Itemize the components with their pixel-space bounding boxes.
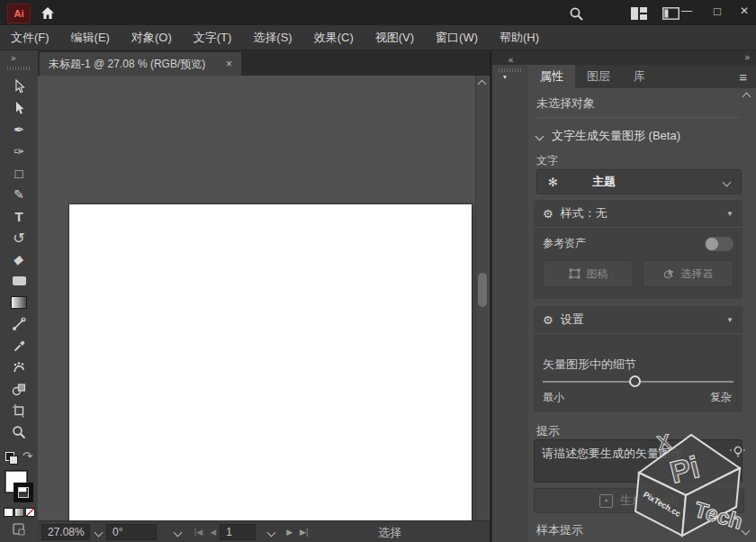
sample-prompts-label: 样本提示 [536,522,583,538]
eraser-tool[interactable]: ◆ [0,248,40,270]
chevron-down-icon [723,177,732,186]
properties-dock: » 属性 图层 库 ≡ 未选择对象 文字生成矢量图形 (Beta) 文字 ✻ 主… [528,50,756,542]
style-header[interactable]: ⚙ 样式：无 ▼ [534,200,742,228]
rotate-tool[interactable]: ↺ [0,227,38,248]
t2v-section-header[interactable]: 文字生成矢量图形 (Beta) [536,128,680,144]
maximize-button[interactable]: □ [704,0,731,22]
detail-slider-knob[interactable] [629,375,641,387]
rotation-field[interactable]: 0° [106,524,157,540]
generate-icon: ✦ [599,494,613,508]
canvas-vertical-scrollbar[interactable] [475,76,489,520]
rectangle-tool[interactable]: □ [0,162,38,184]
last-artboard-icon[interactable]: ▶| [296,528,311,537]
divider [536,117,740,118]
menu-window[interactable]: 窗口(W) [436,30,478,46]
symbol-sprayer-tool[interactable] [0,357,38,378]
panel-dock-header: » [528,50,756,65]
comments-grip [499,68,522,72]
zoom-dropdown-icon[interactable] [90,529,106,536]
artboard-tool[interactable] [0,400,38,421]
search-icon[interactable] [565,5,587,23]
menu-view[interactable]: 视图(V) [375,30,414,46]
curvature-tool[interactable]: ✑ [0,140,38,162]
canvas-area[interactable] [38,76,490,520]
speech-bubble-icon [13,276,26,285]
zoom-tool[interactable] [0,421,38,443]
scrollbar-thumb[interactable] [478,273,487,307]
default-swatches-icon[interactable] [5,452,18,463]
ref-assets-toggle[interactable] [705,237,734,251]
tab-close-icon[interactable]: × [226,58,232,70]
slider-max-label: 复杂 [710,390,732,405]
lightbulb-icon[interactable] [729,445,747,463]
panel-scroll-up-icon[interactable] [742,93,752,102]
generate-button[interactable]: ✦ 生成 (Beta) [534,488,744,513]
artwork-button[interactable]: 图稿 [543,260,634,287]
menu-object[interactable]: 对象(O) [131,30,172,46]
tab-libraries[interactable]: 库 [622,65,657,88]
tools-panel: » ✒ ✑ □ ✎ T ↺ ◆ [0,50,39,542]
artboard[interactable] [69,204,472,520]
pen-tool[interactable]: ✒ [0,119,38,140]
picker-button[interactable]: 选择器 [643,260,734,287]
t2v-section-title: 文字生成矢量图形 (Beta) [552,128,680,144]
type-tool[interactable]: T [0,205,38,227]
eyedropper-tool[interactable] [0,335,38,357]
paintbrush-tool[interactable]: ✎ [0,184,38,205]
slider-min-label: 最小 [543,390,564,405]
menu-type[interactable]: 文字(T) [194,30,232,46]
tab-properties[interactable]: 属性 [528,65,575,88]
document-tab[interactable]: 未标题-1 @ 27.08 % (RGB/预览) × [40,52,241,76]
subject-value: 主题 [592,174,616,190]
home-icon[interactable] [38,4,58,22]
settings-section: ⚙ 设置 ▼ 矢量图形中的细节 最小 复杂 [534,306,742,412]
toolbar-grip[interactable] [7,67,31,70]
caret-down-icon[interactable]: ▼ [726,210,734,218]
picker-icon [663,268,675,279]
app-logo[interactable]: Ai [7,4,31,23]
artboard-number-input[interactable] [220,524,256,540]
none-fill-button[interactable] [25,508,35,517]
document-tab-strip: 未标题-1 @ 27.08 % (RGB/预览) × [38,50,490,76]
panel-scroll-down-icon[interactable] [742,527,751,536]
ref-assets-row: 参考资产 [534,228,742,251]
speech-bubble-tool[interactable] [0,270,38,292]
caret-down-icon[interactable]: ▼ [726,316,734,324]
panel-menu-icon[interactable]: ≡ [739,69,747,85]
panel-collapse-icon[interactable]: » [744,52,749,62]
width-tool[interactable] [0,313,38,335]
flower-icon: ✻ [548,176,558,189]
shape-builder-tool[interactable] [0,378,38,400]
menu-select[interactable]: 选择(S) [253,30,292,46]
subject-dropdown[interactable]: ✻ 主题 [536,169,742,194]
settings-header[interactable]: ⚙ 设置 ▼ [534,306,742,334]
comments-collapse-icon[interactable]: « [492,50,528,65]
gradient-fill-button[interactable] [14,508,24,517]
prompt-textarea[interactable] [534,439,742,483]
first-artboard-icon[interactable]: |◀ [191,528,206,537]
swap-fill-stroke-icon[interactable]: ↷ [22,449,32,463]
arrange-documents-icon[interactable] [628,6,650,21]
comments-dock: « [491,50,529,542]
gradient-tool[interactable] [0,292,38,313]
gear-icon: ⚙ [543,313,554,327]
close-button[interactable]: ✕ [731,0,756,22]
menu-edit[interactable]: 编辑(E) [71,30,110,46]
artboard-dropdown-icon[interactable] [263,529,279,536]
direct-selection-tool[interactable] [0,97,38,119]
rotation-dropdown-icon[interactable] [169,529,185,536]
toolbar-collapse-icon[interactable]: » [11,53,15,63]
menu-effect[interactable]: 效果(C) [314,30,354,46]
next-artboard-icon[interactable]: ▶ [283,528,296,537]
menu-help[interactable]: 帮助(H) [500,30,539,46]
zoom-level-field[interactable]: 27.08% [41,524,90,540]
menu-file[interactable]: 文件(F) [11,30,50,46]
tab-layers[interactable]: 图层 [575,65,622,88]
scroll-up-icon[interactable] [478,80,487,89]
draw-mode-button[interactable] [12,522,26,540]
selection-tool[interactable] [0,76,38,97]
stroke-color-swatch[interactable] [14,483,33,502]
minimize-button[interactable]: — [673,0,700,22]
color-fill-button[interactable] [4,508,14,517]
prev-artboard-icon[interactable]: ◀ [206,528,220,537]
